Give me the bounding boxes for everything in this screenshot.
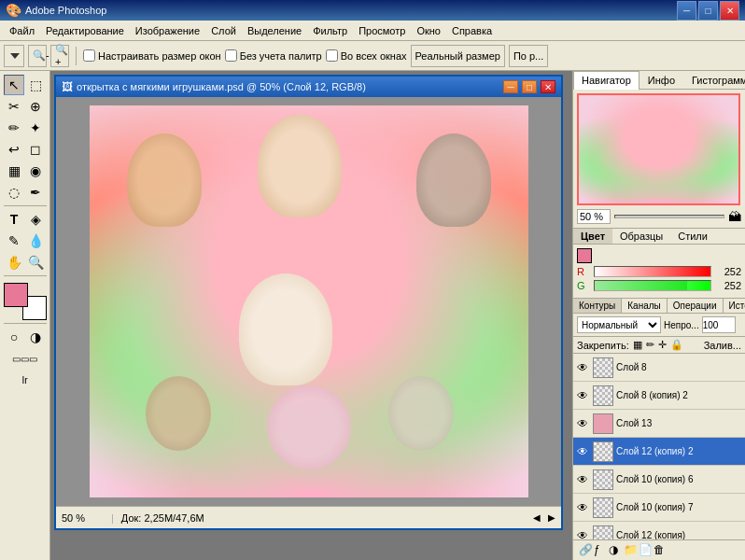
eye-icon[interactable]: 👁 bbox=[577, 417, 590, 430]
tab-histogram[interactable]: Гистограмма bbox=[683, 71, 745, 89]
new-group-icon[interactable]: 📁 bbox=[624, 543, 639, 558]
eyedropper-tool[interactable]: 💧 bbox=[25, 231, 46, 251]
crop-tool[interactable]: ✂ bbox=[4, 96, 24, 117]
tab-color[interactable]: Цвет bbox=[573, 229, 612, 244]
eye-icon[interactable]: 👁 bbox=[577, 361, 590, 374]
layer-item[interactable]: 👁 Слой 12 (копия) bbox=[573, 522, 745, 539]
menu-image[interactable]: Изображение bbox=[130, 23, 205, 38]
zoom-input[interactable]: 50 % bbox=[577, 209, 611, 224]
layer-item-active[interactable]: 👁 Слой 12 (копия) 2 bbox=[573, 438, 745, 466]
blur-tool[interactable]: ◉ bbox=[25, 161, 46, 181]
layer-thumbnail bbox=[593, 385, 613, 406]
shape-tool[interactable]: ◈ bbox=[25, 209, 46, 230]
doc-canvas[interactable] bbox=[56, 97, 561, 506]
tab-info[interactable]: Инфо bbox=[640, 71, 683, 89]
nav-prev-btn[interactable]: ◀ bbox=[533, 512, 541, 523]
menu-layer[interactable]: Слой bbox=[205, 23, 242, 38]
menu-select[interactable]: Выделение bbox=[242, 23, 307, 38]
layer-item[interactable]: 👁 Слой 13 bbox=[573, 410, 745, 438]
menu-help[interactable]: Справка bbox=[446, 23, 498, 38]
standard-mode-btn[interactable]: ○ bbox=[4, 327, 24, 347]
eye-icon[interactable]: 👁 bbox=[577, 445, 590, 458]
move-tool[interactable]: ↖ bbox=[4, 75, 24, 95]
layers-bottom-bar: 🔗 ƒ ◑ 📁 📄 🗑 bbox=[573, 539, 745, 560]
fit-btn[interactable]: По р... bbox=[509, 45, 548, 67]
eye-icon[interactable]: 👁 bbox=[577, 389, 590, 402]
eye-icon[interactable]: 👁 bbox=[577, 473, 590, 486]
mode-row: ○ ◑ bbox=[4, 327, 46, 347]
imageready-btn[interactable]: Ir bbox=[15, 370, 35, 390]
menu-file[interactable]: Файл bbox=[4, 23, 40, 38]
tab-operations[interactable]: Операции bbox=[668, 299, 724, 313]
lasso-tool[interactable]: ⬚ bbox=[25, 75, 46, 95]
hand-tool[interactable]: ✋ bbox=[4, 252, 24, 273]
layer-item[interactable]: 👁 Слой 10 (копия) 7 bbox=[573, 494, 745, 522]
delete-layer-icon[interactable]: 🗑 bbox=[654, 543, 668, 558]
bear-center bbox=[267, 385, 351, 469]
separator-1 bbox=[76, 47, 77, 65]
real-size-btn[interactable]: Реальный размер bbox=[411, 45, 505, 67]
lock-brush-icon[interactable]: ✏ bbox=[646, 339, 654, 351]
zoom-minus-btn[interactable]: 🔍- bbox=[28, 45, 47, 67]
history-brush-tool[interactable]: ↩ bbox=[4, 139, 24, 160]
tab-history[interactable]: Истор... bbox=[724, 299, 745, 313]
right-panel: Навигатор Инфо Гистограмма 50 % 🏔 Цвет О… bbox=[572, 71, 745, 560]
opacity-input[interactable] bbox=[702, 316, 736, 333]
menu-view[interactable]: Просмотр bbox=[353, 23, 411, 38]
doc-minimize-btn[interactable]: ─ bbox=[503, 80, 518, 93]
lock-transparent-icon[interactable]: ▦ bbox=[633, 339, 642, 351]
zoom-slider[interactable] bbox=[614, 215, 724, 218]
quickmask-mode-btn[interactable]: ◑ bbox=[25, 327, 46, 347]
brush-tool[interactable]: ✏ bbox=[4, 118, 24, 138]
dodge-tool[interactable]: ◌ bbox=[4, 182, 24, 203]
maximize-button[interactable]: □ bbox=[698, 1, 718, 21]
tab-styles[interactable]: Стили bbox=[670, 229, 715, 244]
tab-navigator[interactable]: Навигатор bbox=[573, 71, 640, 90]
layer-item[interactable]: 👁 Слой 10 (копия) 6 bbox=[573, 466, 745, 494]
tab-samples[interactable]: Образцы bbox=[612, 229, 670, 244]
layer-thumbnail bbox=[593, 497, 613, 518]
eye-icon[interactable]: 👁 bbox=[577, 501, 590, 514]
layer-item[interactable]: 👁 Слой 8 (копия) 2 bbox=[573, 382, 745, 410]
screen-mode-btn[interactable]: ▭▭▭ bbox=[15, 348, 35, 369]
eraser-tool[interactable]: ◻ bbox=[25, 139, 46, 160]
mask-icon[interactable]: ◑ bbox=[609, 543, 624, 558]
all-windows-checkbox[interactable] bbox=[326, 49, 338, 62]
heal-tool[interactable]: ⊕ bbox=[25, 96, 46, 117]
pen-tool[interactable]: ✒ bbox=[25, 182, 46, 203]
tool-options-btn[interactable] bbox=[4, 45, 24, 67]
zoom-plus-btn[interactable]: 🔍+ bbox=[50, 45, 69, 67]
minimize-button[interactable]: ─ bbox=[677, 1, 696, 21]
layers-panel-tabs: Контуры Каналы Операции Истор... bbox=[573, 299, 745, 314]
r-slider[interactable] bbox=[594, 266, 711, 277]
foreground-color-swatch[interactable] bbox=[4, 283, 28, 307]
resize-windows-checkbox[interactable] bbox=[83, 49, 95, 62]
ignore-palettes-checkbox[interactable] bbox=[225, 49, 237, 62]
fg-color-swatch[interactable] bbox=[577, 248, 592, 263]
layer-item[interactable]: 👁 Слой 8 bbox=[573, 354, 745, 382]
tab-contours[interactable]: Контуры bbox=[573, 299, 622, 313]
gradient-tool[interactable]: ▦ bbox=[4, 161, 24, 181]
menu-edit[interactable]: Редактирование bbox=[40, 23, 130, 38]
eye-icon[interactable]: 👁 bbox=[577, 529, 590, 540]
navigator-panel: 50 % 🏔 bbox=[573, 90, 745, 229]
clone-tool[interactable]: ✦ bbox=[25, 118, 46, 138]
menu-filter[interactable]: Фильтр bbox=[307, 23, 353, 38]
doc-close-btn[interactable]: ✕ bbox=[541, 80, 555, 93]
lock-move-icon[interactable]: ✛ bbox=[658, 339, 667, 351]
close-button[interactable]: ✕ bbox=[720, 1, 739, 21]
layer-style-icon[interactable]: ƒ bbox=[594, 543, 609, 558]
zoom-tool[interactable]: 🔍 bbox=[25, 252, 46, 273]
tab-channels[interactable]: Каналы bbox=[622, 299, 668, 313]
notes-tool[interactable]: ✎ bbox=[4, 231, 24, 251]
tool-row-3: ✏ ✦ bbox=[4, 118, 46, 138]
doc-maximize-btn[interactable]: □ bbox=[522, 80, 537, 93]
lock-all-icon[interactable]: 🔒 bbox=[670, 339, 683, 351]
link-layers-icon[interactable]: 🔗 bbox=[579, 543, 594, 558]
blend-mode-select[interactable]: Нормальный bbox=[577, 316, 661, 333]
text-tool[interactable]: T bbox=[4, 209, 24, 230]
new-layer-icon[interactable]: 📄 bbox=[639, 543, 654, 558]
g-slider[interactable] bbox=[594, 280, 711, 291]
nav-next-btn[interactable]: ▶ bbox=[548, 512, 555, 523]
menu-window[interactable]: Окно bbox=[411, 23, 446, 38]
